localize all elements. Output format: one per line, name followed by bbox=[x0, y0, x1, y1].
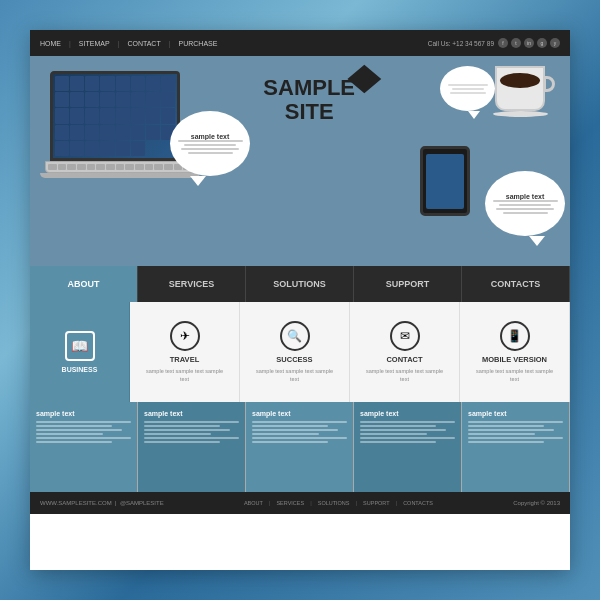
footer-link-about[interactable]: ABOUT bbox=[244, 500, 263, 506]
youtube-icon[interactable]: y bbox=[550, 38, 560, 48]
service-mobile-desc: sample text sample text sample text bbox=[475, 368, 555, 382]
bubble-right-title: sample text bbox=[506, 193, 545, 200]
footer-website: WWW.SAMPLESITE.COM | @SAMPLESITE bbox=[40, 500, 164, 506]
coffee-cup-illustration bbox=[485, 66, 555, 136]
tile-3-lines bbox=[252, 421, 347, 443]
tab-services[interactable]: SERVICES bbox=[138, 266, 246, 302]
brand-title: SAMPLESITE bbox=[263, 76, 355, 124]
main-navigation: ABOUT SERVICES SOLUTIONS SUPPORT CONTACT… bbox=[30, 266, 570, 302]
service-travel-desc: sample text sample text sample text bbox=[145, 368, 225, 382]
social-icons: f t in g y bbox=[498, 38, 560, 48]
screen-content bbox=[53, 74, 177, 158]
laptop-screen bbox=[50, 71, 180, 161]
tile-1-lines bbox=[36, 421, 131, 443]
service-contact-desc: sample text sample text sample text bbox=[365, 368, 445, 382]
tablet-screen bbox=[426, 154, 464, 209]
bubble-left-title: sample text bbox=[191, 133, 230, 140]
service-travel: ✈ Travel sample text sample text sample … bbox=[130, 302, 240, 402]
tablet-device bbox=[420, 146, 470, 216]
coffee-liquid bbox=[500, 73, 540, 88]
tile-5-title: sample text bbox=[468, 410, 563, 417]
nav-contact[interactable]: CONTACT bbox=[127, 40, 160, 47]
footer: WWW.SAMPLESITE.COM | @SAMPLESITE ABOUT |… bbox=[30, 492, 570, 514]
coffee-cup bbox=[495, 66, 545, 111]
nav-purchase[interactable]: PURCHASE bbox=[179, 40, 218, 47]
service-contact-label: Contact bbox=[386, 355, 422, 364]
service-mobile: 📱 Mobile Version sample text sample text… bbox=[460, 302, 570, 402]
bubble-right-lines bbox=[491, 200, 559, 214]
tile-2-title: sample text bbox=[144, 410, 239, 417]
tile-2-lines bbox=[144, 421, 239, 443]
speech-bubble-left: sample text bbox=[170, 111, 250, 176]
linkedin-icon[interactable]: in bbox=[524, 38, 534, 48]
service-about: 📖 Business bbox=[30, 302, 130, 402]
laptop-base bbox=[40, 173, 200, 178]
call-text: Call Us: +12 34 567 89 bbox=[428, 40, 494, 47]
tile-5: sample text bbox=[462, 402, 570, 492]
tab-support[interactable]: SUPPORT bbox=[354, 266, 462, 302]
brand-area: SAMPLESITE bbox=[263, 76, 355, 124]
tab-solutions[interactable]: SOLUTIONS bbox=[246, 266, 354, 302]
mail-icon: ✉ bbox=[390, 321, 420, 351]
footer-link-solutions[interactable]: SOLUTIONS bbox=[318, 500, 350, 506]
tab-about[interactable]: ABOUT bbox=[30, 266, 138, 302]
service-travel-label: Travel bbox=[170, 355, 199, 364]
website-mockup: HOME | SITEMAP | CONTACT | PURCHASE Call… bbox=[30, 30, 570, 570]
footer-link-services[interactable]: SERVICES bbox=[276, 500, 304, 506]
tile-3-title: sample text bbox=[252, 410, 347, 417]
services-section: 📖 Business ✈ Travel sample text sample t… bbox=[30, 302, 570, 402]
tab-contacts[interactable]: CONTACTS bbox=[462, 266, 570, 302]
google-icon[interactable]: g bbox=[537, 38, 547, 48]
footer-link-contacts[interactable]: CONTACTS bbox=[403, 500, 433, 506]
footer-copyright: Copyright © 2013 bbox=[513, 500, 560, 506]
service-success-desc: sample text sample text sample text bbox=[255, 368, 335, 382]
tile-3: sample text bbox=[246, 402, 354, 492]
nav-sitemap[interactable]: SITEMAP bbox=[79, 40, 110, 47]
tile-4-lines bbox=[360, 421, 455, 443]
speech-bubble-right: sample text bbox=[485, 171, 565, 236]
tablet-illustration bbox=[420, 146, 480, 216]
speech-bubble-mini bbox=[440, 66, 495, 111]
tiles-section: sample text sample text sample t bbox=[30, 402, 570, 492]
tile-1: sample text bbox=[30, 402, 138, 492]
footer-link-support[interactable]: SUPPORT bbox=[363, 500, 390, 506]
service-contact: ✉ Contact sample text sample text sample… bbox=[350, 302, 460, 402]
footer-url: WWW.SAMPLESITE.COM bbox=[40, 500, 112, 506]
coffee-saucer bbox=[493, 111, 548, 117]
top-navigation: HOME | SITEMAP | CONTACT | PURCHASE Call… bbox=[30, 30, 570, 56]
service-success-label: Success bbox=[276, 355, 312, 364]
nav-links: HOME | SITEMAP | CONTACT | PURCHASE bbox=[40, 40, 217, 47]
footer-links: ABOUT | SERVICES | SOLUTIONS | SUPPORT |… bbox=[244, 500, 433, 506]
service-mobile-label: Mobile Version bbox=[482, 355, 547, 364]
footer-social: @SAMPLESITE bbox=[120, 500, 164, 506]
facebook-icon[interactable]: f bbox=[498, 38, 508, 48]
hero-section: sample text SAMPLESITE bbox=[30, 56, 570, 266]
tile-2: sample text bbox=[138, 402, 246, 492]
bubble-left-lines bbox=[176, 140, 244, 154]
coffee-handle bbox=[543, 76, 555, 92]
search-icon: 🔍 bbox=[280, 321, 310, 351]
nav-home[interactable]: HOME bbox=[40, 40, 61, 47]
tile-4-title: sample text bbox=[360, 410, 455, 417]
tile-1-title: sample text bbox=[36, 410, 131, 417]
laptop-keyboard bbox=[45, 161, 195, 173]
travel-icon: ✈ bbox=[170, 321, 200, 351]
tile-5-lines bbox=[468, 421, 563, 443]
nav-right: Call Us: +12 34 567 89 f t in g y bbox=[428, 38, 560, 48]
twitter-icon[interactable]: t bbox=[511, 38, 521, 48]
mobile-icon: 📱 bbox=[500, 321, 530, 351]
book-icon: 📖 bbox=[65, 331, 95, 361]
tile-4: sample text bbox=[354, 402, 462, 492]
bubble-mini-lines bbox=[444, 84, 491, 94]
about-label: Business bbox=[62, 366, 98, 373]
service-success: 🔍 Success sample text sample text sample… bbox=[240, 302, 350, 402]
